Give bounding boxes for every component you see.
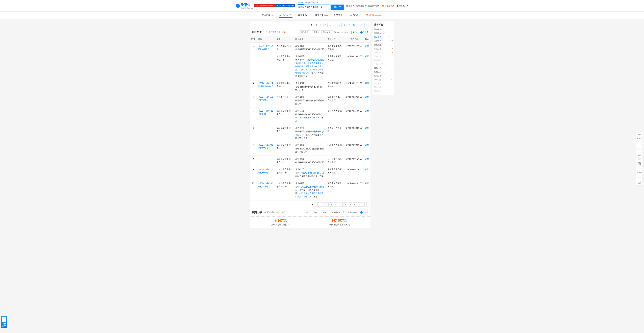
info-icon[interactable]: i: [288, 224, 290, 226]
page-button[interactable]: 6: [333, 23, 337, 27]
page-button[interactable]: 4: [324, 23, 328, 27]
filter-search[interactable]: 🔍: [334, 31, 350, 34]
page-button[interactable]: 2: [315, 202, 319, 206]
cell-detail[interactable]: 详情: [364, 166, 370, 180]
page-button[interactable]: 8: [342, 23, 346, 27]
cell-case[interactable]: （2024）辽0111民初6435号: [256, 94, 276, 108]
page-button[interactable]: 3: [319, 23, 323, 27]
float-feedback[interactable]: 反馈: [636, 158, 643, 166]
sidebar-item[interactable]: 涉诉关系999+: [374, 35, 392, 39]
tab-item[interactable]: 法律诉讼 999+: [280, 13, 292, 18]
tab-item[interactable]: 经营风险 37: [298, 13, 309, 18]
page-button[interactable]: 1: [310, 202, 314, 206]
page-button[interactable]: 5: [329, 202, 333, 206]
sidebar-item[interactable]: 法院公告9: [374, 47, 392, 51]
nav-vip[interactable]: 👑 开通会员 ▾: [382, 4, 394, 7]
nav-partner[interactable]: 合作通道 ▾: [356, 4, 366, 7]
cell-case[interactable]: （2024）冀0621民初1006号: [256, 108, 276, 125]
page-button[interactable]: 8: [343, 202, 347, 206]
info-icon[interactable]: i: [348, 224, 350, 226]
sidebar-item[interactable]: 开庭公告210: [374, 39, 392, 43]
page-button[interactable]: 7: [338, 202, 343, 206]
hearing-title: 开庭公告: [252, 31, 262, 34]
cell-detail[interactable]: 详情: [364, 180, 370, 200]
cell-reason: 机动车交通事故责任纠纷: [275, 125, 294, 142]
filter-search-input[interactable]: [337, 31, 350, 34]
page-button[interactable]: ...21: [358, 202, 364, 206]
nav-user[interactable]: 👤 阿尔伯... ▾: [396, 4, 408, 7]
search-tab-relation[interactable]: 查关系: [312, 1, 318, 4]
float-top[interactable]: 顶部: [636, 178, 643, 186]
cell-detail[interactable]: 详情: [364, 108, 370, 125]
cell-case[interactable]: （2024）皖0202民初6219号: [256, 180, 276, 200]
filter-identity[interactable]: 案件身份 ▾: [300, 30, 311, 34]
chevron-right-icon[interactable]: ›: [288, 31, 288, 34]
sidebar-item[interactable]: 裁判文书26: [374, 43, 392, 47]
float-service[interactable]: 客服中心: [636, 167, 643, 177]
filter-identity-2[interactable]: 身份 ▾: [303, 210, 311, 214]
sidebar-item[interactable]: 送达公告1: [374, 74, 392, 78]
float-app[interactable]: APP: [636, 142, 643, 149]
search-button[interactable]: 天眼一下: [330, 5, 344, 10]
filter-cause[interactable]: 案由 ▾: [312, 30, 320, 34]
cell-case[interactable]: （2024）沪0114民初20655号: [256, 42, 276, 53]
page-button[interactable]: 4: [324, 202, 328, 206]
filter-search-2[interactable]: 🔍: [343, 212, 359, 214]
cell-detail[interactable]: 详情: [364, 142, 370, 156]
hearing-table: 序号案号案由案件身份审理法院开庭日期操作 1 （2024）沪0114民初2065…: [250, 36, 370, 200]
cell-case: -: [256, 156, 276, 166]
tab-item[interactable]: 基本信息 784: [262, 13, 274, 18]
logo[interactable]: 天眼查 TianYanCha.com: [236, 3, 252, 9]
hearing-history-label[interactable]: 历史开庭公告: [268, 31, 280, 34]
tab-item[interactable]: 公司发展 8: [334, 13, 344, 18]
cell-case[interactable]: （2024）赣0111民初3364号: [256, 166, 276, 180]
export-button[interactable]: 导出: [352, 31, 359, 34]
sidebar-item[interactable]: 被执行人1: [374, 66, 392, 70]
table-row: 9 （2024）赣0111民初3364号 非机动车交通事故责任纠纷 原告-朱某被…: [250, 166, 370, 180]
filter-year-2[interactable]: 年份 ▾: [321, 210, 329, 214]
cell-reason: 非机动车交通事故责任纠纷: [275, 166, 294, 180]
filter-cause-2[interactable]: 案由 ▾: [312, 210, 320, 214]
sidebar-item[interactable]: 立案信息41: [374, 78, 392, 82]
cell-detail[interactable]: 详情: [364, 53, 370, 80]
nav-enterprise[interactable]: 企业级产品 ▾: [368, 4, 379, 7]
page-button[interactable]: 3: [320, 202, 324, 206]
page-button[interactable]: 9: [348, 202, 352, 206]
page-button[interactable]: ...186: [357, 23, 364, 27]
page-button[interactable]: 5: [328, 23, 332, 27]
search-tab-boss[interactable]: 查老板: [305, 1, 311, 4]
cell-detail[interactable]: 详情: [364, 42, 370, 53]
tab-item[interactable]: 知识产权 7: [350, 13, 360, 18]
sidebar-item[interactable]: 司法案件999+: [374, 28, 392, 31]
cell-detail[interactable]: 详情: [364, 156, 370, 166]
judgment-history-label[interactable]: 历史裁判文书: [267, 211, 279, 214]
tab-item[interactable]: 经营信息 999+: [315, 13, 328, 18]
cell-detail[interactable]: 详情: [364, 125, 370, 142]
sidebar-item[interactable]: 股权冻结6: [374, 70, 392, 74]
tab-item[interactable]: 历史信息 999+99+: [366, 13, 382, 18]
page-button[interactable]: 7: [338, 23, 342, 27]
page-button[interactable]: 1: [310, 23, 314, 27]
page-button[interactable]: >: [364, 23, 368, 27]
judgment-title: 裁判文书: [252, 211, 262, 214]
page-button[interactable]: 2: [314, 23, 318, 27]
page-button[interactable]: 9: [347, 23, 351, 27]
filter-search-input-2[interactable]: [346, 212, 359, 214]
sidebar-item[interactable]: 深度风险分析: [374, 31, 392, 35]
float-miniprogram[interactable]: 小程序: [636, 133, 643, 141]
cell-detail[interactable]: 详情: [364, 94, 370, 108]
search-input[interactable]: [297, 5, 330, 10]
filter-more[interactable]: 更多筛选 ▾: [330, 210, 342, 214]
cell-detail[interactable]: 详情: [364, 80, 370, 94]
cell-case[interactable]: （2024）辽1381民初2850号: [256, 142, 276, 156]
float-wechat[interactable]: 微信: [636, 150, 643, 158]
page-button[interactable]: >: [364, 202, 368, 206]
cell-case[interactable]: （2024）粤0114民诉前调11444号: [256, 80, 276, 94]
search-tab-company[interactable]: 查公司: [298, 1, 304, 4]
nav-apps[interactable]: ▦ 应用 ▾: [346, 4, 354, 7]
filter-year[interactable]: 案件年份 ▾: [321, 30, 333, 34]
page-button[interactable]: 10: [352, 23, 356, 27]
page-button[interactable]: 10: [353, 202, 357, 206]
chevron-right-icon[interactable]: ›: [286, 211, 287, 214]
page-button[interactable]: 6: [334, 202, 338, 206]
